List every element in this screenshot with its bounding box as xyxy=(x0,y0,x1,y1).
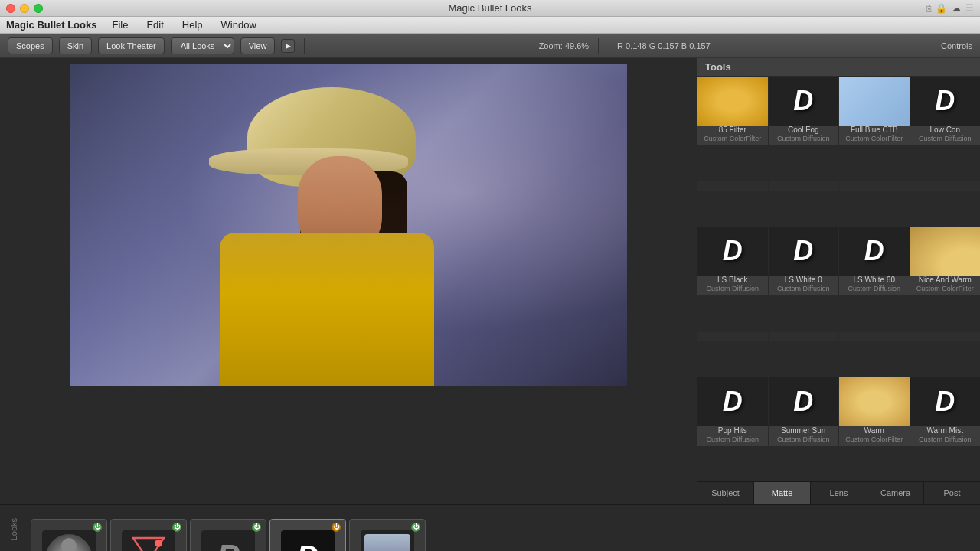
tool-summersun-name: Summer Sun xyxy=(781,426,825,435)
toolchain-gradient[interactable]: ⏻ Gradient xyxy=(349,519,426,552)
tool-fullbluectb[interactable]: Full Blue CTB Custom ColorFilter xyxy=(839,77,910,145)
tool-coolfog[interactable]: D Cool Fog Custom Diffusion xyxy=(769,77,839,145)
thumb-warm-bg xyxy=(839,377,910,426)
warmmist-d-letter: D xyxy=(935,386,955,418)
toolchain-diffusion[interactable]: ⏻ D Diffusion xyxy=(270,519,346,552)
side-labels: Looks Tools xyxy=(0,505,27,551)
toolchain-colorista[interactable]: ⏻ Colorista 3-Way xyxy=(31,519,107,552)
cosmo-icon-container xyxy=(122,530,175,552)
look-theater-button[interactable]: Look Theater xyxy=(98,37,165,54)
tools-header: Tools xyxy=(697,58,980,77)
tool-lswhite60-name: LS White 60 xyxy=(854,276,895,285)
view-button[interactable]: View xyxy=(240,37,276,54)
tool-warm-name: Warm xyxy=(864,426,884,435)
pop-p-letter: P xyxy=(217,538,239,552)
tool-pophits[interactable]: D Pop Hits Custom Diffusion xyxy=(697,377,768,446)
tools-panel: Tools 85 Filter Custom ColorFilter D Coo… xyxy=(697,58,980,504)
lswhite0-d-letter: D xyxy=(793,235,813,267)
tab-matte[interactable]: Matte xyxy=(754,482,811,504)
controls-label: Controls xyxy=(941,41,972,51)
tool-warmmist-name: Warm Mist xyxy=(927,426,963,435)
tool-empty-7 xyxy=(839,332,910,341)
minimize-button[interactable] xyxy=(20,4,29,13)
tool-pophits-thumb: D xyxy=(697,377,768,426)
skin-button[interactable]: Skin xyxy=(59,37,92,54)
tool-warm-thumb xyxy=(839,377,910,426)
tool-empty-4 xyxy=(910,181,981,191)
tools-header-label: Tools xyxy=(705,61,731,73)
gradient-icon-container xyxy=(361,530,414,552)
tool-summersun-cat: Custom Diffusion xyxy=(777,435,829,443)
tab-post[interactable]: Post xyxy=(924,482,980,504)
titlebar-icons: ⎘🔒☁☰ xyxy=(926,3,974,14)
toolchain-cosmo[interactable]: ⏻ Cosmo xyxy=(110,519,187,552)
play-button[interactable]: ▶ xyxy=(281,39,295,53)
tool-empty-5 xyxy=(697,332,768,341)
tool-summersun[interactable]: D Summer Sun Custom Diffusion xyxy=(769,377,839,446)
tool-niceandwarm-name: Nice And Warm xyxy=(919,276,972,285)
menu-edit[interactable]: Edit xyxy=(143,19,166,31)
menu-file[interactable]: File xyxy=(109,19,131,31)
tool-empty-6 xyxy=(769,332,839,341)
tool-warmmist[interactable]: D Warm Mist Custom Diffusion xyxy=(910,377,981,446)
window-title: Magic Bullet Looks xyxy=(448,2,531,14)
zoom-value: 49.6% xyxy=(565,41,589,51)
tool-lowcon[interactable]: D Low Con Custom Diffusion xyxy=(910,77,981,145)
zoom-label: Zoom: 49.6% xyxy=(539,41,589,51)
tool-85filter[interactable]: 85 Filter Custom ColorFilter xyxy=(697,77,768,145)
bottom-section: Looks Tools ⏻ Colorista 3-Way ⏻ xyxy=(0,504,980,551)
tool-lsblack-name: LS Black xyxy=(717,276,747,285)
tool-empty-3 xyxy=(839,181,910,191)
preview-image xyxy=(70,64,627,386)
menu-window[interactable]: Window xyxy=(218,19,260,31)
lsblack-d-letter: D xyxy=(723,235,743,267)
photo-dress xyxy=(220,233,434,386)
scopes-button[interactable]: Scopes xyxy=(8,37,53,54)
tool-coolfog-name: Cool Fog xyxy=(788,126,819,135)
tool-lswhite60-cat: Custom Diffusion xyxy=(848,285,900,292)
tab-lens[interactable]: Lens xyxy=(811,482,867,504)
tool-lsblack-cat: Custom Diffusion xyxy=(707,285,759,292)
menubar-logo: Magic Bullet Looks xyxy=(6,19,96,31)
tab-subject[interactable]: Subject xyxy=(697,482,754,504)
colorista-dots xyxy=(46,534,92,552)
tool-pophits-name: Pop Hits xyxy=(718,426,747,435)
maximize-button[interactable] xyxy=(34,4,43,13)
tool-lowcon-thumb: D xyxy=(910,77,981,126)
tool-empty-2 xyxy=(769,181,839,191)
thumb-fullbluectb-bg xyxy=(839,77,910,126)
lowcon-d-letter: D xyxy=(935,85,955,117)
main-area: Tools 85 Filter Custom ColorFilter D Coo… xyxy=(0,58,980,504)
titlebar: Magic Bullet Looks ⎘🔒☁☰ xyxy=(0,0,980,17)
menubar: Magic Bullet Looks File Edit Help Window xyxy=(0,17,980,34)
toolbar: Scopes Skin Look Theater All Looks View … xyxy=(0,34,980,58)
colorista-icon xyxy=(42,530,96,552)
separator-1 xyxy=(304,38,305,54)
all-looks-select[interactable]: All Looks xyxy=(171,37,234,54)
tool-lswhite60[interactable]: D LS White 60 Custom Diffusion xyxy=(839,227,910,295)
tool-summersun-thumb: D xyxy=(769,377,839,426)
tool-lsblack[interactable]: D LS Black Custom Diffusion xyxy=(697,227,768,295)
menu-help[interactable]: Help xyxy=(179,19,206,31)
tool-lswhite0-cat: Custom Diffusion xyxy=(777,285,829,292)
cosmo-svg xyxy=(129,534,168,552)
tool-85filter-thumb xyxy=(697,77,768,126)
tool-85filter-name: 85 Filter xyxy=(719,126,746,135)
tool-empty-8 xyxy=(910,332,981,341)
tool-lswhite0-name: LS White 0 xyxy=(785,276,822,285)
tool-fullbluectb-cat: Custom ColorFilter xyxy=(845,135,903,142)
tool-lswhite0[interactable]: D LS White 0 Custom Diffusion xyxy=(769,227,839,295)
toolchain-pop[interactable]: ⏻ P Pop xyxy=(190,519,266,552)
tool-warm[interactable]: Warm Custom ColorFilter xyxy=(839,377,910,446)
all-looks-select-wrap: All Looks xyxy=(171,37,234,54)
coolfog-d-letter: D xyxy=(793,85,813,117)
tool-lswhite0-thumb: D xyxy=(769,227,839,276)
tool-warm-cat: Custom ColorFilter xyxy=(845,435,903,443)
tool-niceandwarm[interactable]: Nice And Warm Custom ColorFilter xyxy=(910,227,981,295)
close-button[interactable] xyxy=(6,4,15,13)
tab-camera[interactable]: Camera xyxy=(867,482,924,504)
lswhite60-d-letter: D xyxy=(864,235,884,267)
tool-empty-1 xyxy=(697,181,768,191)
looks-label: Looks xyxy=(9,518,18,540)
tool-pophits-cat: Custom Diffusion xyxy=(707,435,759,443)
